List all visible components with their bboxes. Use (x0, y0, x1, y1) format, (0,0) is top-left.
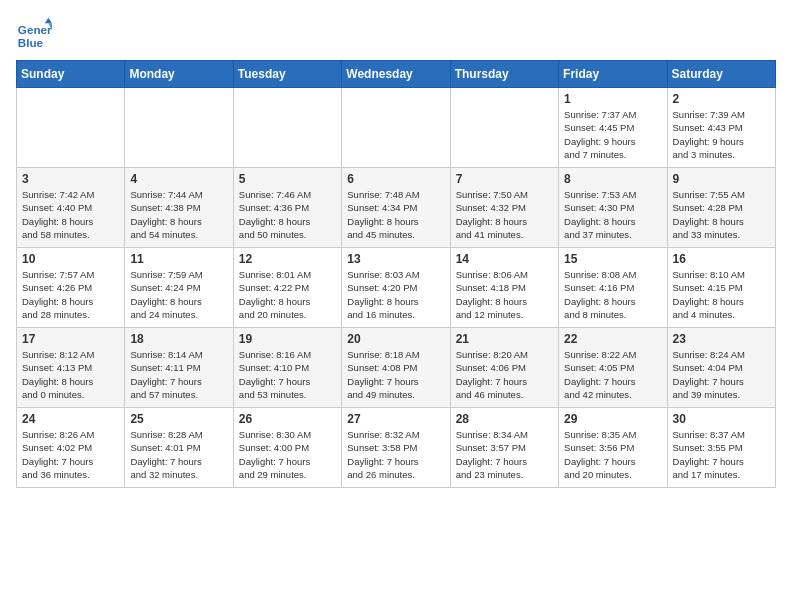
calendar-cell: 22Sunrise: 8:22 AM Sunset: 4:05 PM Dayli… (559, 328, 667, 408)
calendar-cell: 7Sunrise: 7:50 AM Sunset: 4:32 PM Daylig… (450, 168, 558, 248)
calendar-cell: 2Sunrise: 7:39 AM Sunset: 4:43 PM Daylig… (667, 88, 775, 168)
day-info: Sunrise: 8:26 AM Sunset: 4:02 PM Dayligh… (22, 428, 119, 481)
week-row-1: 1Sunrise: 7:37 AM Sunset: 4:45 PM Daylig… (17, 88, 776, 168)
day-number: 18 (130, 332, 227, 346)
calendar-cell: 9Sunrise: 7:55 AM Sunset: 4:28 PM Daylig… (667, 168, 775, 248)
svg-text:General: General (18, 23, 52, 36)
header-monday: Monday (125, 61, 233, 88)
day-info: Sunrise: 7:44 AM Sunset: 4:38 PM Dayligh… (130, 188, 227, 241)
day-info: Sunrise: 8:10 AM Sunset: 4:15 PM Dayligh… (673, 268, 770, 321)
day-info: Sunrise: 7:55 AM Sunset: 4:28 PM Dayligh… (673, 188, 770, 241)
day-number: 13 (347, 252, 444, 266)
day-info: Sunrise: 8:08 AM Sunset: 4:16 PM Dayligh… (564, 268, 661, 321)
calendar-cell: 17Sunrise: 8:12 AM Sunset: 4:13 PM Dayli… (17, 328, 125, 408)
calendar-cell: 3Sunrise: 7:42 AM Sunset: 4:40 PM Daylig… (17, 168, 125, 248)
header-tuesday: Tuesday (233, 61, 341, 88)
calendar-cell: 18Sunrise: 8:14 AM Sunset: 4:11 PM Dayli… (125, 328, 233, 408)
day-info: Sunrise: 7:37 AM Sunset: 4:45 PM Dayligh… (564, 108, 661, 161)
calendar-cell: 16Sunrise: 8:10 AM Sunset: 4:15 PM Dayli… (667, 248, 775, 328)
day-info: Sunrise: 8:34 AM Sunset: 3:57 PM Dayligh… (456, 428, 553, 481)
day-number: 21 (456, 332, 553, 346)
day-number: 30 (673, 412, 770, 426)
day-number: 17 (22, 332, 119, 346)
day-number: 11 (130, 252, 227, 266)
calendar-cell: 13Sunrise: 8:03 AM Sunset: 4:20 PM Dayli… (342, 248, 450, 328)
calendar-cell: 29Sunrise: 8:35 AM Sunset: 3:56 PM Dayli… (559, 408, 667, 488)
day-info: Sunrise: 8:18 AM Sunset: 4:08 PM Dayligh… (347, 348, 444, 401)
day-number: 27 (347, 412, 444, 426)
calendar-body: 1Sunrise: 7:37 AM Sunset: 4:45 PM Daylig… (17, 88, 776, 488)
header-wednesday: Wednesday (342, 61, 450, 88)
day-number: 24 (22, 412, 119, 426)
day-info: Sunrise: 8:12 AM Sunset: 4:13 PM Dayligh… (22, 348, 119, 401)
day-info: Sunrise: 7:42 AM Sunset: 4:40 PM Dayligh… (22, 188, 119, 241)
day-info: Sunrise: 7:59 AM Sunset: 4:24 PM Dayligh… (130, 268, 227, 321)
day-number: 7 (456, 172, 553, 186)
calendar-cell (125, 88, 233, 168)
day-number: 12 (239, 252, 336, 266)
week-row-3: 10Sunrise: 7:57 AM Sunset: 4:26 PM Dayli… (17, 248, 776, 328)
svg-text:Blue: Blue (18, 36, 44, 49)
calendar-cell: 6Sunrise: 7:48 AM Sunset: 4:34 PM Daylig… (342, 168, 450, 248)
calendar-cell: 15Sunrise: 8:08 AM Sunset: 4:16 PM Dayli… (559, 248, 667, 328)
calendar-table: SundayMondayTuesdayWednesdayThursdayFrid… (16, 60, 776, 488)
calendar-cell: 28Sunrise: 8:34 AM Sunset: 3:57 PM Dayli… (450, 408, 558, 488)
calendar-cell: 12Sunrise: 8:01 AM Sunset: 4:22 PM Dayli… (233, 248, 341, 328)
calendar-cell: 11Sunrise: 7:59 AM Sunset: 4:24 PM Dayli… (125, 248, 233, 328)
day-number: 19 (239, 332, 336, 346)
header-row: SundayMondayTuesdayWednesdayThursdayFrid… (17, 61, 776, 88)
day-info: Sunrise: 8:01 AM Sunset: 4:22 PM Dayligh… (239, 268, 336, 321)
week-row-5: 24Sunrise: 8:26 AM Sunset: 4:02 PM Dayli… (17, 408, 776, 488)
day-number: 26 (239, 412, 336, 426)
week-row-4: 17Sunrise: 8:12 AM Sunset: 4:13 PM Dayli… (17, 328, 776, 408)
day-info: Sunrise: 8:06 AM Sunset: 4:18 PM Dayligh… (456, 268, 553, 321)
day-info: Sunrise: 8:03 AM Sunset: 4:20 PM Dayligh… (347, 268, 444, 321)
day-number: 28 (456, 412, 553, 426)
day-info: Sunrise: 8:20 AM Sunset: 4:06 PM Dayligh… (456, 348, 553, 401)
calendar-cell: 14Sunrise: 8:06 AM Sunset: 4:18 PM Dayli… (450, 248, 558, 328)
day-info: Sunrise: 7:57 AM Sunset: 4:26 PM Dayligh… (22, 268, 119, 321)
header-thursday: Thursday (450, 61, 558, 88)
calendar-cell: 23Sunrise: 8:24 AM Sunset: 4:04 PM Dayli… (667, 328, 775, 408)
day-number: 3 (22, 172, 119, 186)
logo-icon: General Blue (16, 16, 52, 52)
day-info: Sunrise: 7:48 AM Sunset: 4:34 PM Dayligh… (347, 188, 444, 241)
day-info: Sunrise: 7:39 AM Sunset: 4:43 PM Dayligh… (673, 108, 770, 161)
calendar-cell: 30Sunrise: 8:37 AM Sunset: 3:55 PM Dayli… (667, 408, 775, 488)
calendar-cell (233, 88, 341, 168)
day-number: 16 (673, 252, 770, 266)
calendar-cell (450, 88, 558, 168)
day-info: Sunrise: 7:46 AM Sunset: 4:36 PM Dayligh… (239, 188, 336, 241)
header-sunday: Sunday (17, 61, 125, 88)
day-number: 1 (564, 92, 661, 106)
day-info: Sunrise: 8:30 AM Sunset: 4:00 PM Dayligh… (239, 428, 336, 481)
day-number: 9 (673, 172, 770, 186)
calendar-cell: 27Sunrise: 8:32 AM Sunset: 3:58 PM Dayli… (342, 408, 450, 488)
day-number: 8 (564, 172, 661, 186)
day-info: Sunrise: 7:50 AM Sunset: 4:32 PM Dayligh… (456, 188, 553, 241)
calendar-cell: 10Sunrise: 7:57 AM Sunset: 4:26 PM Dayli… (17, 248, 125, 328)
day-number: 20 (347, 332, 444, 346)
week-row-2: 3Sunrise: 7:42 AM Sunset: 4:40 PM Daylig… (17, 168, 776, 248)
day-number: 15 (564, 252, 661, 266)
day-number: 2 (673, 92, 770, 106)
day-info: Sunrise: 8:35 AM Sunset: 3:56 PM Dayligh… (564, 428, 661, 481)
calendar-cell (342, 88, 450, 168)
calendar-cell: 1Sunrise: 7:37 AM Sunset: 4:45 PM Daylig… (559, 88, 667, 168)
page-header: General Blue (16, 16, 776, 52)
day-info: Sunrise: 8:37 AM Sunset: 3:55 PM Dayligh… (673, 428, 770, 481)
calendar-cell (17, 88, 125, 168)
day-number: 25 (130, 412, 227, 426)
day-number: 5 (239, 172, 336, 186)
calendar-cell: 19Sunrise: 8:16 AM Sunset: 4:10 PM Dayli… (233, 328, 341, 408)
calendar-cell: 24Sunrise: 8:26 AM Sunset: 4:02 PM Dayli… (17, 408, 125, 488)
day-number: 14 (456, 252, 553, 266)
day-info: Sunrise: 8:14 AM Sunset: 4:11 PM Dayligh… (130, 348, 227, 401)
calendar-cell: 8Sunrise: 7:53 AM Sunset: 4:30 PM Daylig… (559, 168, 667, 248)
day-number: 22 (564, 332, 661, 346)
header-saturday: Saturday (667, 61, 775, 88)
day-info: Sunrise: 8:24 AM Sunset: 4:04 PM Dayligh… (673, 348, 770, 401)
svg-marker-2 (45, 18, 52, 23)
calendar-cell: 21Sunrise: 8:20 AM Sunset: 4:06 PM Dayli… (450, 328, 558, 408)
day-number: 10 (22, 252, 119, 266)
